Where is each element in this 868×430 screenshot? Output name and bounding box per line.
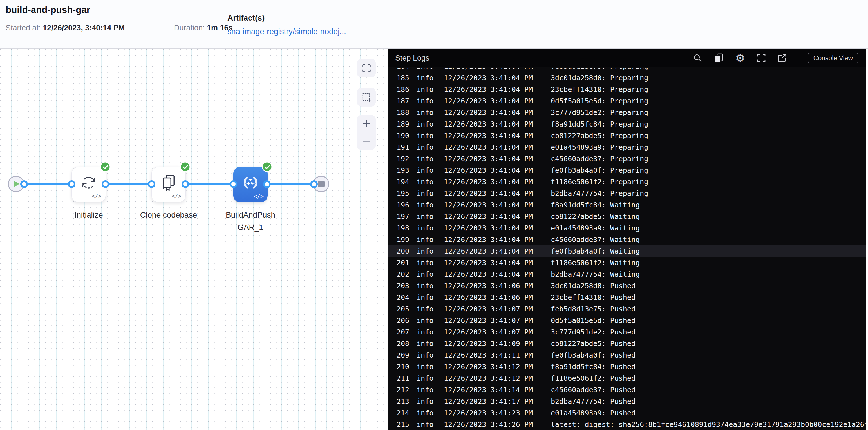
- step-node-clone-codebase[interactable]: </>: [151, 167, 186, 202]
- settings-icon[interactable]: ⚙: [735, 52, 745, 64]
- log-row[interactable]: 196 info 12/26/2023 3:41:04 PM f8a91dd5f…: [388, 199, 866, 211]
- log-level: info: [416, 72, 444, 84]
- log-row[interactable]: 203 info 12/26/2023 3:41:06 PM 3dc01da25…: [388, 280, 866, 292]
- log-timestamp: 12/26/2023 3:41:04 PM: [444, 211, 551, 222]
- log-row[interactable]: 190 info 12/26/2023 3:41:04 PM cb81227ab…: [388, 130, 866, 141]
- log-level: info: [416, 84, 444, 95]
- log-row[interactable]: 184 info 12/26/2023 3:41:04 PM feb5d8d13…: [388, 68, 866, 72]
- port: [230, 180, 237, 188]
- log-message: fe0fb3ab4a0f: Waiting: [551, 246, 640, 257]
- step-label-clone-codebase: Clone codebase: [126, 209, 211, 221]
- log-row[interactable]: 198 info 12/26/2023 3:41:04 PM e01a45489…: [388, 222, 866, 234]
- log-timestamp: 12/26/2023 3:41:04 PM: [444, 153, 551, 165]
- log-message: 3c777d951de2: Preparing: [551, 107, 648, 118]
- step-node-build-and-push-gar[interactable]: </>: [233, 167, 268, 202]
- duration-label: Duration:: [174, 24, 205, 32]
- log-message: feb5d8d13e75: Preparing: [551, 68, 648, 72]
- step-node-initialize[interactable]: </>: [71, 167, 106, 202]
- log-message: e01a454893a9: Waiting: [551, 222, 640, 234]
- stop-icon: [318, 181, 324, 188]
- log-row[interactable]: 204 info 12/26/2023 3:41:06 PM 23cbeff14…: [388, 292, 866, 303]
- log-line-number: 207: [397, 326, 416, 338]
- log-level: info: [416, 384, 444, 396]
- edge-clone-build: [185, 183, 234, 185]
- log-row[interactable]: 211 info 12/26/2023 3:41:12 PM f1186e506…: [388, 373, 866, 384]
- log-row[interactable]: 200 info 12/26/2023 3:41:04 PM fe0fb3ab4…: [388, 246, 866, 257]
- log-message: 0d5f5a015e5d: Pushed: [551, 315, 636, 326]
- log-scroll-area[interactable]: 184 info 12/26/2023 3:41:04 PM feb5d8d13…: [388, 68, 866, 430]
- log-timestamp: 12/26/2023 3:41:12 PM: [444, 361, 551, 373]
- log-message: 3c777d951de2: Pushed: [551, 326, 636, 338]
- log-row[interactable]: 212 info 12/26/2023 3:41:14 PM c45660add…: [388, 384, 866, 396]
- log-line-number: 196: [397, 199, 416, 211]
- log-line-number: 213: [397, 396, 416, 407]
- artifact-link[interactable]: sna-image-registry/simple-nodej...: [227, 27, 346, 36]
- log-row[interactable]: 192 info 12/26/2023 3:41:04 PM c45660add…: [388, 153, 866, 165]
- log-row[interactable]: 213 info 12/26/2023 3:41:17 PM b2dba7477…: [388, 396, 866, 407]
- log-row[interactable]: 208 info 12/26/2023 3:41:09 PM cb81227ab…: [388, 338, 866, 349]
- log-row[interactable]: 191 info 12/26/2023 3:41:04 PM e01a45489…: [388, 141, 866, 153]
- log-level: info: [416, 130, 444, 141]
- log-timestamp: 12/26/2023 3:41:04 PM: [444, 118, 551, 130]
- log-line-number: 188: [397, 107, 416, 118]
- search-icon[interactable]: [693, 53, 703, 63]
- log-message: e01a454893a9: Pushed: [551, 407, 636, 419]
- fit-to-screen-button[interactable]: [357, 59, 376, 78]
- log-row[interactable]: 185 info 12/26/2023 3:41:04 PM 3dc01da25…: [388, 72, 866, 84]
- log-row[interactable]: 209 info 12/26/2023 3:41:11 PM fe0fb3ab4…: [388, 349, 866, 361]
- log-timestamp: 12/26/2023 3:41:04 PM: [444, 268, 551, 280]
- header-divider: [217, 6, 217, 43]
- log-timestamp: 12/26/2023 3:41:06 PM: [444, 280, 551, 292]
- log-line-number: 201: [397, 257, 416, 268]
- log-timestamp: 12/26/2023 3:41:04 PM: [444, 72, 551, 84]
- log-row[interactable]: 188 info 12/26/2023 3:41:04 PM 3c777d951…: [388, 107, 866, 118]
- log-row[interactable]: 194 info 12/26/2023 3:41:04 PM f1186e506…: [388, 176, 866, 188]
- log-row[interactable]: 214 info 12/26/2023 3:41:23 PM e01a45489…: [388, 407, 866, 419]
- log-row[interactable]: 207 info 12/26/2023 3:41:07 PM 3c777d951…: [388, 326, 866, 338]
- log-row[interactable]: 197 info 12/26/2023 3:41:04 PM cb81227ab…: [388, 211, 866, 222]
- log-line-number: 200: [397, 246, 416, 257]
- copy-icon[interactable]: [714, 53, 724, 63]
- console-view-button[interactable]: Console View: [808, 53, 859, 63]
- log-row[interactable]: 202 info 12/26/2023 3:41:04 PM b2dba7477…: [388, 268, 866, 280]
- log-level: info: [416, 118, 444, 130]
- success-badge: [100, 162, 111, 172]
- log-timestamp: 12/26/2023 3:41:04 PM: [444, 107, 551, 118]
- log-level: info: [416, 326, 444, 338]
- log-line-number: 210: [397, 361, 416, 373]
- log-row[interactable]: 186 info 12/26/2023 3:41:04 PM 23cbeff14…: [388, 84, 866, 95]
- log-row[interactable]: 215 info 12/26/2023 3:41:26 PM latest: d…: [388, 419, 866, 430]
- log-row[interactable]: 189 info 12/26/2023 3:41:04 PM f8a91dd5f…: [388, 118, 866, 130]
- log-row[interactable]: 205 info 12/26/2023 3:41:07 PM feb5d8d13…: [388, 303, 866, 315]
- log-row[interactable]: 206 info 12/26/2023 3:41:07 PM 0d5f5a015…: [388, 315, 866, 326]
- log-line-number: 189: [397, 118, 416, 130]
- log-line-number: 185: [397, 72, 416, 84]
- marquee-select-button[interactable]: [357, 88, 376, 107]
- log-level: info: [416, 419, 444, 430]
- zoom-controls: [357, 115, 376, 150]
- log-row[interactable]: 195 info 12/26/2023 3:41:04 PM b2dba7477…: [388, 188, 866, 199]
- log-row[interactable]: 210 info 12/26/2023 3:41:12 PM f8a91dd5f…: [388, 361, 866, 373]
- code-tag-icon: </>: [254, 193, 264, 200]
- log-level: info: [416, 315, 444, 326]
- log-line-number: 214: [397, 407, 416, 419]
- log-line-number: 205: [397, 303, 416, 315]
- port: [20, 180, 28, 188]
- log-line-number: 204: [397, 292, 416, 303]
- log-message: f8a91dd5fc84: Pushed: [551, 361, 636, 373]
- pipeline-canvas[interactable]: </> Initialize </> Clone codebase: [0, 49, 388, 430]
- port: [68, 180, 75, 188]
- fullscreen-icon[interactable]: [756, 53, 766, 63]
- open-in-new-icon[interactable]: [777, 53, 787, 63]
- port: [102, 180, 109, 188]
- log-line-number: 197: [397, 211, 416, 222]
- zoom-out-icon[interactable]: [362, 136, 371, 146]
- log-row[interactable]: 193 info 12/26/2023 3:41:04 PM fe0fb3ab4…: [388, 165, 866, 176]
- log-row[interactable]: 201 info 12/26/2023 3:41:04 PM f1186e506…: [388, 257, 866, 268]
- log-row[interactable]: 187 info 12/26/2023 3:41:04 PM 0d5f5a015…: [388, 95, 866, 107]
- zoom-in-icon[interactable]: [362, 119, 371, 128]
- log-timestamp: 12/26/2023 3:41:04 PM: [444, 222, 551, 234]
- log-row[interactable]: 199 info 12/26/2023 3:41:04 PM c45660add…: [388, 234, 866, 246]
- log-level: info: [416, 95, 444, 107]
- log-message: f8a91dd5fc84: Preparing: [551, 118, 648, 130]
